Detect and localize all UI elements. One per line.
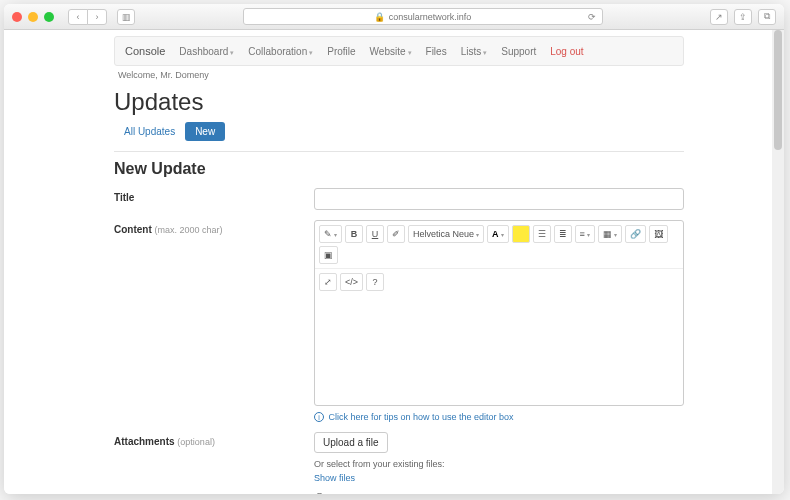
receiver-option[interactable]: All members residing in The United State… <box>314 493 684 494</box>
font-family-dropdown[interactable]: Helvetica Neue <box>408 225 484 243</box>
receivers-options: All members residing in The United State… <box>314 493 684 494</box>
fullscreen-button[interactable]: ⤢ <box>319 273 337 291</box>
nav-brand[interactable]: Console <box>125 45 165 57</box>
minimize-window-icon[interactable] <box>28 12 38 22</box>
safari-window: ‹ › ▥ 🔒 consularnetwork.info ⟳ ↗ ⇪ ⧉ Con… <box>4 4 784 494</box>
close-window-icon[interactable] <box>12 12 22 22</box>
nav-collaboration[interactable]: Collaboration <box>248 46 313 57</box>
back-button[interactable]: ‹ <box>68 9 88 25</box>
underline-button[interactable]: U <box>366 225 384 243</box>
rich-editor: ✎ B U ✐ Helvetica Neue A ☰ ≣ ≡ ▦ 🔗 <box>314 220 684 406</box>
downloads-icon[interactable]: ↗ <box>710 9 728 25</box>
upload-file-button[interactable]: Upload a file <box>314 432 388 453</box>
nav-support[interactable]: Support <box>501 46 536 57</box>
url-text: consularnetwork.info <box>389 12 472 22</box>
font-color-dropdown[interactable]: A <box>487 225 509 243</box>
editor-toolbar: ✎ B U ✐ Helvetica Neue A ☰ ≣ ≡ ▦ 🔗 <box>315 221 683 269</box>
clear-format-button[interactable]: ✐ <box>387 225 405 243</box>
titlebar: ‹ › ▥ 🔒 consularnetwork.info ⟳ ↗ ⇪ ⧉ <box>4 4 784 30</box>
nav-profile[interactable]: Profile <box>327 46 355 57</box>
codeview-button[interactable]: </> <box>340 273 363 291</box>
align-dropdown[interactable]: ≡ <box>575 225 595 243</box>
nav-lists[interactable]: Lists <box>461 46 488 57</box>
title-input[interactable] <box>314 188 684 210</box>
attachments-label: Attachments (optional) <box>114 432 314 483</box>
maximize-window-icon[interactable] <box>44 12 54 22</box>
editor-textarea[interactable] <box>315 295 683 405</box>
tips-link[interactable]: Click here for tips on how to use the ed… <box>329 412 514 422</box>
sidebar-toggle-icon[interactable]: ▥ <box>117 9 135 25</box>
or-select-text: Or select from your existing files: <box>314 459 684 469</box>
forward-button[interactable]: › <box>87 9 107 25</box>
help-button[interactable]: ? <box>366 273 384 291</box>
content-label: Content (max. 2000 char) <box>114 220 314 422</box>
tabs-icon[interactable]: ⧉ <box>758 9 776 25</box>
receivers-label: Receivers <box>114 493 314 494</box>
scrollbar-track <box>772 30 784 494</box>
address-bar[interactable]: 🔒 consularnetwork.info ⟳ <box>243 8 603 25</box>
editor-tips: i Click here for tips on how to use the … <box>314 412 684 422</box>
section-title: New Update <box>114 160 684 178</box>
lock-icon: 🔒 <box>374 12 385 22</box>
video-button[interactable]: ▣ <box>319 246 338 264</box>
ul-button[interactable]: ☰ <box>533 225 551 243</box>
nav-website[interactable]: Website <box>370 46 412 57</box>
info-icon: i <box>314 412 324 422</box>
nav-logout[interactable]: Log out <box>550 46 583 57</box>
link-button[interactable]: 🔗 <box>625 225 646 243</box>
style-dropdown[interactable]: ✎ <box>319 225 342 243</box>
scrollbar-thumb[interactable] <box>774 30 782 150</box>
welcome-text: Welcome, Mr. Domeny <box>118 70 684 80</box>
tabs: All Updates New <box>114 122 684 141</box>
top-nav: Console Dashboard Collaboration Profile … <box>114 36 684 66</box>
highlight-icon[interactable] <box>512 225 530 243</box>
image-button[interactable]: 🖼 <box>649 225 668 243</box>
radio-input[interactable] <box>314 493 325 494</box>
window-controls <box>12 12 54 22</box>
page-viewport: Console Dashboard Collaboration Profile … <box>4 30 784 494</box>
show-files-link[interactable]: Show files <box>314 473 355 483</box>
ol-button[interactable]: ≣ <box>554 225 572 243</box>
tab-all-updates[interactable]: All Updates <box>114 122 185 141</box>
nav-files[interactable]: Files <box>426 46 447 57</box>
title-label: Title <box>114 188 314 210</box>
page-title: Updates <box>114 88 684 116</box>
reload-icon[interactable]: ⟳ <box>588 12 596 22</box>
nav-dashboard[interactable]: Dashboard <box>179 46 234 57</box>
share-icon[interactable]: ⇪ <box>734 9 752 25</box>
divider <box>114 151 684 152</box>
bold-button[interactable]: B <box>345 225 363 243</box>
nav-back-forward: ‹ › <box>68 9 107 25</box>
table-dropdown[interactable]: ▦ <box>598 225 622 243</box>
tab-new[interactable]: New <box>185 122 225 141</box>
